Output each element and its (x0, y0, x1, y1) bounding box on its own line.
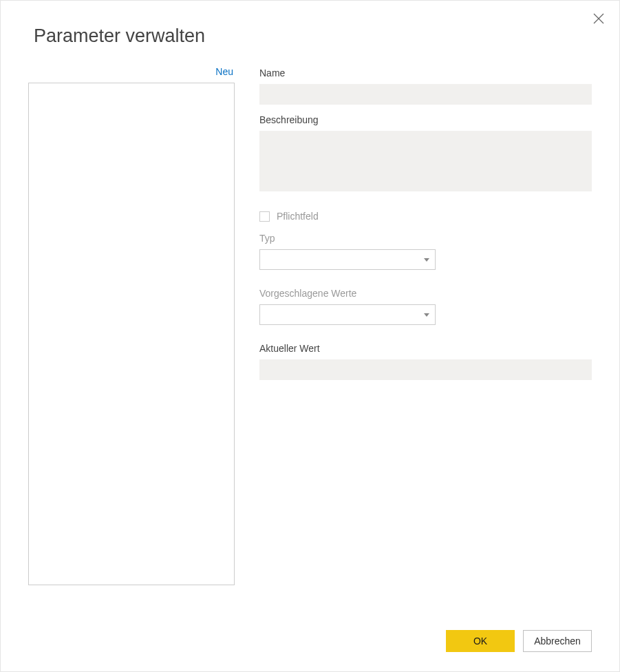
chevron-down-icon (424, 258, 429, 262)
parameter-listbox[interactable] (28, 83, 235, 585)
required-label: Pflichtfeld (277, 211, 319, 222)
current-value-input[interactable] (259, 359, 592, 380)
description-input[interactable] (259, 131, 592, 191)
dialog-title: Parameter verwalten (1, 1, 619, 63)
name-input[interactable] (259, 84, 592, 105)
dialog-footer: OK Abbrechen (446, 630, 592, 652)
close-icon (593, 13, 604, 24)
chevron-down-icon (424, 313, 429, 317)
required-checkbox[interactable] (259, 211, 270, 222)
close-button[interactable] (589, 9, 608, 28)
type-label: Typ (259, 233, 592, 244)
type-select[interactable] (259, 249, 436, 270)
suggested-values-select[interactable] (259, 304, 436, 325)
required-checkbox-row: Pflichtfeld (259, 211, 592, 222)
parameter-list-panel: Neu (28, 63, 235, 585)
manage-parameters-dialog: Parameter verwalten Neu Name Beschreibun… (0, 0, 620, 672)
parameter-form: Name Beschreibung Pflichtfeld Typ Vorges… (259, 63, 592, 585)
current-value-label: Aktueller Wert (259, 343, 592, 354)
dialog-body: Neu Name Beschreibung Pflichtfeld Typ Vo… (1, 63, 619, 585)
name-label: Name (259, 67, 592, 78)
new-parameter-link[interactable]: Neu (28, 63, 235, 83)
ok-button[interactable]: OK (446, 630, 515, 652)
description-label: Beschreibung (259, 114, 592, 125)
suggested-values-label: Vorgeschlagene Werte (259, 288, 592, 299)
cancel-button[interactable]: Abbrechen (523, 630, 592, 652)
